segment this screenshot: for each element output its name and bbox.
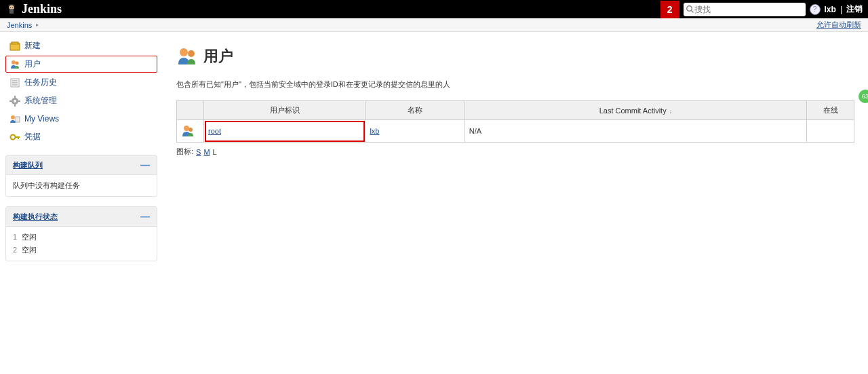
chevron-right-icon: ▸ xyxy=(36,22,39,28)
collapse-icon[interactable]: — xyxy=(140,160,150,170)
task-label: 新建 xyxy=(24,40,41,52)
task-label: 用户 xyxy=(24,58,41,70)
executor-row: 1 空闲 xyxy=(13,231,150,244)
svg-point-22 xyxy=(11,134,16,139)
views-icon xyxy=(9,113,20,124)
table-row: root lxb N/A xyxy=(177,120,854,143)
task-list: 新建 用户 任务历史 系统管理 My Views 凭据 xyxy=(5,37,157,145)
page-title: 用户 xyxy=(203,46,233,67)
auto-refresh-link[interactable]: 允许自动刷新 xyxy=(816,20,861,30)
col-header-userid[interactable]: 用户标识 xyxy=(204,101,366,120)
task-label: 任务历史 xyxy=(24,77,57,88)
current-user-link[interactable]: lxb xyxy=(825,5,836,14)
icon-size-legend: 图标: S M L xyxy=(176,147,854,157)
search-icon xyxy=(686,5,694,14)
gear-icon xyxy=(9,96,20,107)
svg-point-15 xyxy=(14,100,16,102)
icon-size-m[interactable]: M xyxy=(203,148,210,156)
collapse-icon[interactable]: — xyxy=(140,211,150,222)
svg-point-9 xyxy=(16,61,19,64)
svg-point-8 xyxy=(12,60,16,64)
userid-cell: root xyxy=(204,120,366,143)
svg-point-3 xyxy=(12,7,14,8)
online-cell xyxy=(807,120,854,143)
svg-point-28 xyxy=(189,128,193,132)
notification-badge[interactable]: 2 xyxy=(660,1,679,18)
task-label: My Views xyxy=(24,114,59,124)
user-table: 用户标识 名称 Last Commit Activity↓ 在线 root lx… xyxy=(176,100,854,143)
sidebar-item-credentials[interactable]: 凭据 xyxy=(5,128,157,145)
svg-point-26 xyxy=(188,50,195,57)
search-input[interactable] xyxy=(694,5,803,14)
build-queue-title[interactable]: 构建队列 xyxy=(13,160,43,170)
jenkins-logo-icon xyxy=(5,3,18,16)
svg-point-27 xyxy=(184,126,189,131)
brand-text: Jenkins xyxy=(22,2,62,16)
top-header: Jenkins 2 ? lxb | 注销 xyxy=(0,0,868,18)
sidebar-item-users[interactable]: 用户 xyxy=(5,56,157,73)
sidebar-item-new[interactable]: 新建 xyxy=(5,37,157,54)
page-heading: 用户 xyxy=(176,45,854,67)
task-label: 系统管理 xyxy=(24,95,57,107)
svg-rect-1 xyxy=(9,9,14,14)
userid-link[interactable]: root xyxy=(208,127,221,135)
svg-point-25 xyxy=(180,48,188,56)
page-description: 包含所有已知"用户"，包括当前安全域中的登录ID和在变更记录的提交信的息里的人 xyxy=(176,79,854,90)
legend-label: 图标: xyxy=(176,147,193,157)
build-executor-title[interactable]: 构建执行状态 xyxy=(13,212,58,222)
svg-rect-7 xyxy=(12,42,18,44)
sidebar-item-history[interactable]: 任务历史 xyxy=(5,74,157,91)
people-icon xyxy=(9,59,20,70)
svg-point-2 xyxy=(10,7,12,8)
svg-point-4 xyxy=(686,5,692,11)
last-commit-cell: N/A xyxy=(465,120,806,143)
people-large-icon xyxy=(176,45,198,67)
name-cell: lxb xyxy=(366,120,465,143)
icon-size-s[interactable]: S xyxy=(196,148,201,156)
svg-point-20 xyxy=(11,115,15,119)
row-icon-cell xyxy=(177,120,204,143)
build-queue-panel: 构建队列 — 队列中没有构建任务 xyxy=(5,155,157,197)
queue-empty-text: 队列中没有构建任务 xyxy=(13,179,150,192)
svg-rect-24 xyxy=(18,136,19,139)
history-icon xyxy=(9,77,20,88)
svg-line-5 xyxy=(691,10,693,12)
col-header-name[interactable]: 名称 xyxy=(366,101,465,120)
breadcrumb-item[interactable]: Jenkins xyxy=(7,21,32,29)
sort-indicator-icon: ↓ xyxy=(669,108,673,115)
sidebar: 新建 用户 任务历史 系统管理 My Views 凭据 xyxy=(0,32,163,267)
search-box[interactable] xyxy=(684,3,806,16)
name-link[interactable]: lxb xyxy=(370,127,379,135)
sidebar-item-manage[interactable]: 系统管理 xyxy=(5,92,157,109)
svg-rect-21 xyxy=(16,117,20,122)
breadcrumb-bar: Jenkins ▸ 允许自动刷新 xyxy=(0,18,868,32)
executor-row: 2 空闲 xyxy=(13,244,150,257)
icon-size-l: L xyxy=(213,148,217,156)
credentials-icon xyxy=(9,132,20,143)
sidebar-item-myviews[interactable]: My Views xyxy=(5,111,157,127)
col-header-online[interactable]: 在线 xyxy=(807,101,854,120)
logout-link[interactable]: 注销 xyxy=(846,3,863,15)
main-content: 用户 包含所有已知"用户"，包括当前安全域中的登录ID和在变更记录的提交信的息里… xyxy=(163,32,868,267)
logo-area[interactable]: Jenkins xyxy=(5,2,62,16)
col-header-icon[interactable] xyxy=(177,101,204,120)
separator: | xyxy=(840,5,842,14)
task-label: 凭据 xyxy=(24,131,41,143)
help-icon[interactable]: ? xyxy=(810,4,821,15)
new-icon xyxy=(9,41,20,52)
build-executor-panel: 构建执行状态 — 1 空闲 2 空闲 xyxy=(5,206,157,261)
person-icon xyxy=(181,124,195,138)
col-header-last-commit[interactable]: Last Commit Activity↓ xyxy=(465,101,806,120)
